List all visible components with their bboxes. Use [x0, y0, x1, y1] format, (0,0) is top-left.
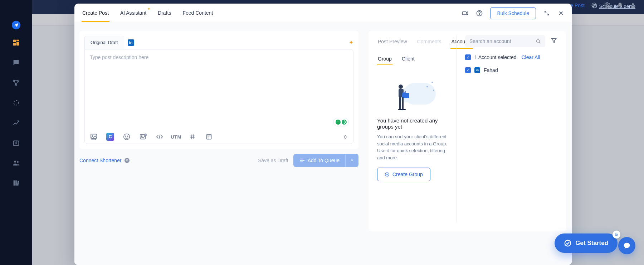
filter-button[interactable] [550, 37, 557, 45]
subtab-group[interactable]: Group [377, 54, 392, 65]
sidebar-item-comments[interactable] [11, 58, 21, 67]
post-description-input[interactable] [90, 54, 348, 130]
utm-button[interactable]: UTM [172, 133, 180, 141]
grammarly-badge[interactable]: ↑ [333, 118, 349, 126]
empty-state-illustration [389, 80, 436, 112]
expand-button[interactable] [543, 10, 550, 17]
modal-header: Create Post AI Assistant ✦ Drafts Feed C… [74, 4, 572, 23]
svg-rect-36 [402, 109, 406, 110]
select-all-checkbox[interactable]: ✓ [465, 54, 471, 60]
canva-button[interactable]: C [106, 133, 114, 141]
target-icon [12, 99, 20, 107]
tab-ai-assistant[interactable]: AI Assistant ✦ [119, 4, 147, 22]
tab-create-post-label: Create Post [82, 10, 109, 16]
svg-point-12 [14, 161, 16, 163]
hashtag-button[interactable] [189, 133, 196, 141]
tab-drafts-label: Drafts [158, 10, 171, 16]
svg-point-24 [125, 136, 126, 136]
template-icon [205, 133, 213, 140]
composer-footer: Connect Shortener ✕ Save as Draft Add To… [79, 154, 358, 167]
svg-rect-34 [402, 97, 404, 110]
svg-rect-33 [399, 97, 401, 110]
subtab-client[interactable]: Client [401, 54, 415, 65]
emoji-button[interactable] [123, 133, 131, 141]
empty-groups-description: You can sort your client's different soc… [377, 133, 448, 161]
sidebar-item-team[interactable] [11, 158, 21, 168]
account-row[interactable]: ✓ in Fahad [465, 67, 557, 73]
clear-all-link[interactable]: Clear All [521, 54, 540, 60]
sidebar-item-inbox[interactable] [11, 138, 21, 148]
team-icon [12, 159, 20, 167]
svg-rect-17 [463, 11, 467, 14]
canva-icon: C [109, 134, 112, 139]
account-search-box[interactable] [465, 35, 545, 47]
tab-feed-content[interactable]: Feed Content [182, 4, 214, 22]
right-body: Group Client [377, 51, 557, 223]
accounts-column: ✓ 1 Account selected. Clear All ✓ in Fah… [465, 35, 557, 223]
video-icon [462, 9, 469, 17]
sparkle-icon[interactable]: ✦ [349, 39, 353, 46]
bulk-schedule-button[interactable]: Bulk Schedule [490, 7, 536, 19]
svg-rect-14 [14, 180, 15, 186]
group-client-tabs: Group Client [377, 54, 448, 65]
groups-column: Group Client [377, 51, 448, 223]
video-button[interactable] [462, 10, 469, 17]
sidebar-item-dashboard[interactable] [11, 38, 21, 47]
tab-drafts[interactable]: Drafts [157, 4, 172, 22]
emoji-icon [123, 133, 131, 141]
tab-comments-label: Comments [417, 39, 441, 44]
chat-fab[interactable] [618, 237, 635, 254]
grammarly-icon [342, 120, 347, 125]
add-to-queue-label: Add To Queue [308, 158, 340, 163]
app-logo[interactable] [12, 21, 20, 29]
svg-point-38 [537, 39, 540, 43]
account-checkbox[interactable]: ✓ [465, 67, 471, 73]
code-button[interactable] [156, 133, 164, 141]
svg-point-23 [124, 134, 130, 140]
add-to-queue-button[interactable]: Add To Queue [293, 154, 358, 167]
image-icon [139, 133, 147, 141]
composer-tab-original[interactable]: Original Draft [84, 36, 124, 49]
tab-comments[interactable]: Comments [416, 37, 442, 49]
gear-icon[interactable] [604, 2, 610, 9]
sidebar-item-target[interactable] [11, 98, 21, 107]
subtab-client-label: Client [402, 56, 415, 62]
account-search-row [465, 35, 557, 47]
save-as-draft-button[interactable]: Save as Draft [258, 158, 288, 163]
template-button[interactable] [205, 133, 213, 141]
subtab-group-label: Group [378, 56, 392, 62]
filter-icon [550, 37, 557, 44]
code-icon [156, 133, 164, 141]
get-started-button[interactable]: Get Started 5 [555, 233, 618, 253]
queue-dropdown-caret[interactable] [345, 154, 358, 167]
svg-rect-35 [398, 109, 402, 110]
tab-post-preview[interactable]: Post Preview [377, 37, 408, 49]
composer-tab-linkedin[interactable]: in [128, 39, 134, 46]
close-icon[interactable]: ✕ [125, 158, 130, 163]
vertical-divider [456, 35, 457, 223]
play-icon[interactable] [591, 2, 597, 9]
inbox-icon [12, 139, 20, 147]
character-count: 0 [344, 134, 348, 140]
sidebar-item-analytics[interactable] [11, 118, 21, 127]
grammarly-up-icon: ↑ [336, 120, 341, 125]
sidebar-item-network[interactable] [11, 78, 21, 87]
connect-shortener-link[interactable]: Connect Shortener ✕ [79, 158, 130, 163]
image-upload-button[interactable] [139, 133, 147, 141]
sidebar-item-library[interactable] [11, 178, 21, 188]
user-icon[interactable] [630, 2, 636, 9]
composer-editor-wrap: ↑ C [84, 49, 353, 144]
account-search-input[interactable] [469, 38, 532, 44]
bg-post-text: e Post [570, 3, 585, 8]
composer-card: Original Draft in ✦ ↑ C [79, 31, 358, 149]
tab-create-post[interactable]: Create Post [82, 4, 109, 22]
close-button[interactable] [557, 10, 565, 17]
create-group-button[interactable]: Create Group [377, 168, 430, 181]
svg-point-1 [606, 5, 608, 6]
bell-icon[interactable] [617, 2, 623, 9]
queue-icon [299, 158, 305, 163]
help-button[interactable] [476, 10, 483, 17]
empty-groups-title: You have not created any groups yet [377, 117, 448, 130]
media-button[interactable] [90, 133, 98, 141]
accounts-selected-row: ✓ 1 Account selected. Clear All [465, 54, 557, 60]
